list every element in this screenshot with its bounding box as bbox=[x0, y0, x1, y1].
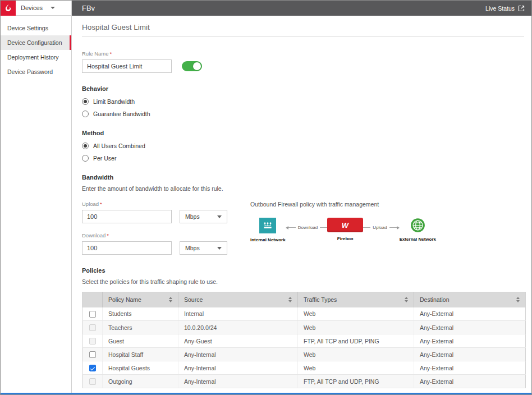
policy-name-cell: Guest bbox=[103, 334, 178, 348]
toggle-knob bbox=[193, 62, 201, 70]
table-header-row: Policy Name Source Traffic Types De bbox=[82, 292, 526, 307]
sidebar: Devices Device Settings Device Configura… bbox=[1, 1, 72, 394]
watchguard-logo bbox=[1, 1, 16, 16]
source-cell: Any-Internal bbox=[178, 361, 298, 375]
sort-icon[interactable] bbox=[169, 297, 172, 302]
column-header-destination[interactable]: Destination bbox=[414, 292, 526, 307]
firebox-device-icon: W bbox=[327, 218, 363, 232]
row-checkbox bbox=[89, 338, 96, 345]
behavior-option-guarantee-label: Guarantee Bandwidth bbox=[93, 111, 150, 117]
checkbox-cell bbox=[82, 375, 103, 388]
sort-icon[interactable] bbox=[288, 297, 292, 302]
column-header-traffic-types[interactable]: Traffic Types bbox=[298, 292, 414, 307]
destination-cell: Any-External bbox=[414, 361, 526, 375]
sidebar-item-device-settings[interactable]: Device Settings bbox=[1, 21, 71, 35]
method-radio-per-user[interactable] bbox=[82, 155, 89, 162]
external-network-globe-icon bbox=[410, 218, 425, 233]
behavior-option-guarantee[interactable]: Guarantee Bandwidth bbox=[82, 111, 524, 117]
checkbox-cell bbox=[82, 307, 103, 321]
required-asterisk: * bbox=[100, 201, 102, 207]
row-checkbox bbox=[89, 324, 96, 331]
method-option-combined[interactable]: All Users Combined bbox=[82, 143, 524, 149]
rule-name-input[interactable] bbox=[82, 59, 172, 73]
policy-name-cell: Hospital Staff bbox=[103, 348, 178, 361]
upload-unit-select[interactable]: Mbps bbox=[180, 210, 227, 223]
destination-cell: Any-External bbox=[414, 375, 526, 388]
row-checkbox[interactable] bbox=[89, 311, 96, 318]
source-cell: Any-Internal bbox=[178, 348, 298, 361]
content: Hospital Guest Limit Rule Name* Behavior… bbox=[72, 16, 531, 394]
sidebar-item-device-configuration[interactable]: Device Configuration bbox=[1, 35, 71, 50]
rule-name-block: Rule Name* bbox=[82, 50, 524, 73]
page-title: Hospital Guest Limit bbox=[82, 23, 524, 36]
sort-icon[interactable] bbox=[516, 297, 520, 302]
source-cell: Any-Internal bbox=[178, 375, 298, 388]
sort-icon[interactable] bbox=[405, 297, 408, 302]
source-cell: 10.0.20.0/24 bbox=[178, 321, 298, 334]
traffic-types-cell: FTP, All TCP and UDP, PING bbox=[298, 375, 414, 388]
method-heading: Method bbox=[82, 130, 524, 136]
download-input[interactable] bbox=[82, 241, 172, 255]
checkbox-cell bbox=[82, 361, 103, 375]
policies-heading: Policies bbox=[82, 267, 524, 274]
topbar: FBv Live Status bbox=[72, 1, 531, 16]
checkbox-cell bbox=[82, 334, 103, 348]
flame-icon bbox=[3, 3, 13, 13]
policy-name-cell: Teachers bbox=[103, 321, 178, 334]
bandwidth-heading: Bandwidth bbox=[82, 174, 524, 181]
source-cell: Any-Guest bbox=[178, 334, 298, 348]
external-network-node: External Network bbox=[400, 218, 436, 242]
live-status-label: Live Status bbox=[485, 5, 515, 12]
destination-cell: Any-External bbox=[414, 307, 526, 321]
policies-description: Select the policies for this traffic sha… bbox=[82, 278, 524, 285]
traffic-types-cell: Web bbox=[298, 361, 414, 375]
download-unit-value: Mbps bbox=[185, 245, 200, 251]
behavior-radio-limit[interactable] bbox=[82, 98, 89, 105]
row-checkbox[interactable] bbox=[89, 365, 96, 371]
policies-table: Policy Name Source Traffic Types De bbox=[82, 292, 526, 388]
required-asterisk: * bbox=[110, 50, 112, 57]
window-bottom-accent bbox=[1, 393, 531, 394]
internal-network-label: Internal Network bbox=[250, 237, 286, 242]
table-row: Teachers 10.0.20.0/24 Web Any-External bbox=[82, 321, 526, 334]
table-row: Guest Any-Guest FTP, All TCP and UDP, PI… bbox=[82, 334, 526, 348]
rule-enabled-toggle[interactable] bbox=[182, 61, 202, 71]
devices-menu-label: Devices bbox=[21, 4, 43, 11]
rule-name-label: Rule Name* bbox=[82, 50, 524, 57]
external-link-icon bbox=[518, 5, 525, 12]
destination-cell: Any-External bbox=[414, 334, 526, 348]
method-radio-combined[interactable] bbox=[82, 143, 89, 149]
devices-menu[interactable]: Devices bbox=[1, 1, 71, 16]
row-checkbox[interactable] bbox=[89, 351, 96, 358]
main-area: FBv Live Status Hospital Guest Limit Rul… bbox=[72, 1, 531, 394]
behavior-option-limit[interactable]: Limit Bandwidth bbox=[82, 98, 524, 105]
traffic-types-cell: Web bbox=[298, 307, 414, 321]
sidebar-item-deployment-history[interactable]: Deployment History bbox=[1, 50, 71, 65]
table-row: Outgoing Any-Internal FTP, All TCP and U… bbox=[82, 375, 526, 388]
upload-arrow: Upload bbox=[363, 225, 399, 230]
bandwidth-section: Upload* Mbps Download* bbox=[82, 201, 524, 255]
required-asterisk: * bbox=[107, 232, 109, 238]
row-checkbox bbox=[89, 378, 96, 385]
upload-input[interactable] bbox=[82, 210, 172, 223]
behavior-heading: Behavior bbox=[82, 85, 524, 92]
behavior-radio-guarantee[interactable] bbox=[82, 111, 89, 117]
policy-name-cell: Outgoing bbox=[103, 375, 178, 388]
column-header-policy-name[interactable]: Policy Name bbox=[103, 292, 178, 307]
traffic-types-cell: FTP, All TCP and UDP, PING bbox=[298, 334, 414, 348]
download-arrow-label: Download bbox=[298, 225, 318, 230]
destination-cell: Any-External bbox=[414, 348, 526, 361]
checkbox-cell bbox=[82, 348, 103, 361]
sidebar-nav: Device Settings Device Configuration Dep… bbox=[1, 16, 71, 79]
device-title: FBv bbox=[82, 4, 95, 12]
upload-unit-value: Mbps bbox=[185, 213, 200, 220]
method-option-per-user[interactable]: Per User bbox=[82, 155, 524, 162]
traffic-diagram: Outbound Firewall policy with traffic ma… bbox=[250, 201, 430, 242]
title-divider bbox=[82, 36, 524, 37]
column-header-source[interactable]: Source bbox=[178, 292, 298, 307]
behavior-option-limit-label: Limit Bandwidth bbox=[93, 98, 135, 105]
sidebar-item-device-password[interactable]: Device Password bbox=[1, 65, 71, 79]
download-unit-select[interactable]: Mbps bbox=[180, 241, 227, 255]
external-network-label: External Network bbox=[400, 237, 436, 242]
live-status-link[interactable]: Live Status bbox=[485, 5, 525, 12]
